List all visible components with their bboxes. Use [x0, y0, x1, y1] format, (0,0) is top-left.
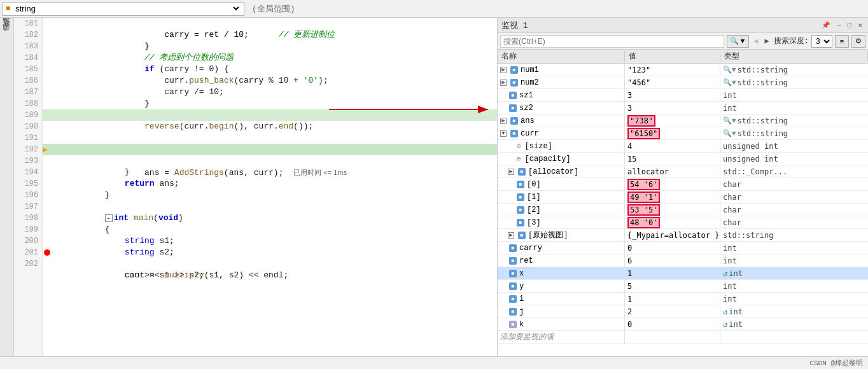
code-line-188: // 翻转字符串 — [43, 98, 497, 109]
type-curr-2: char — [720, 204, 868, 216]
watch-title-bar: 监视 1 📌 ─ □ ✕ — [498, 18, 868, 33]
watch-maximize-btn[interactable]: □ — [846, 22, 854, 29]
watch-nav-back[interactable]: ◀ — [752, 36, 760, 46]
col-value: 值 — [625, 51, 720, 62]
icon-carry: ■ — [509, 244, 517, 252]
type-i: int — [720, 293, 868, 305]
icon-curr-1: ■ — [517, 193, 524, 201]
depth-label: 搜索深度: — [774, 36, 809, 46]
code-line-195: } — [43, 178, 497, 190]
icon-i: ■ — [509, 295, 517, 303]
value-curr-allocator: allocator — [625, 165, 720, 178]
code-line-202: cout << multiply(s1, s2) << endl; — [43, 258, 497, 270]
sidebar-icon-plugin[interactable]: 插 — [1, 36, 13, 38]
type-curr-capacity: unsigned int — [720, 153, 868, 165]
expand-num2[interactable]: ▶ — [500, 80, 507, 86]
type-num1: 🔍▼std::string — [720, 64, 868, 76]
type-num2: 🔍▼std::string — [720, 76, 868, 88]
code-line-185: curr.push_back(carry % 10 + '0'); — [43, 64, 497, 75]
watch-close-btn[interactable]: ✕ — [856, 21, 864, 29]
value-sz2: 3 — [625, 102, 720, 114]
value-x: 1 — [625, 267, 720, 279]
code-area: 181 182 183 184 185 186 187 188 189 190 … — [14, 18, 497, 356]
val3-highlight: 48 '0' — [627, 217, 660, 228]
left-sidebar: 搜 调 堆 断 插 — [0, 18, 14, 356]
depth-select[interactable]: 3 — [811, 35, 832, 48]
type-k: ↺int — [720, 318, 868, 330]
type-y: int — [720, 280, 868, 292]
code-lines: carry = ret / 10; // 更新进制位 } // 考虑到个位数的问… — [43, 18, 497, 356]
watch-title: 监视 1 — [501, 20, 817, 31]
watch-minimize-btn[interactable]: ─ — [835, 22, 843, 29]
status-bar: CSDN @烽起黎明 — [0, 356, 868, 369]
value-ret: 6 — [625, 254, 720, 267]
watch-search-input[interactable] — [500, 35, 724, 48]
code-line-187: } — [43, 87, 497, 98]
watch-row-sz1[interactable]: ■ sz1 3 int — [498, 89, 868, 102]
expand-curr[interactable]: ▼ — [500, 130, 507, 137]
watch-row-curr-1[interactable]: ■ [1] 49 '1' char — [498, 191, 868, 204]
code-line-183: // 考虑到个位数的问题 — [43, 41, 497, 52]
sidebar-icon-debug[interactable]: 调 — [1, 24, 13, 27]
value-sz1: 3 — [625, 89, 720, 101]
type-raw: std::string — [720, 229, 868, 241]
file-dropdown[interactable]: string — [13, 3, 241, 14]
type-ret: int — [720, 254, 868, 267]
watch-row-curr-capacity[interactable]: ⊕ [capacity] 15 unsigned int — [498, 153, 868, 165]
watch-nav-forward[interactable]: ▶ — [763, 36, 771, 46]
code-line-184: if (carry != 0) { — [43, 52, 497, 64]
code-line-190 — [43, 121, 497, 132]
name-curr-2: ■ [2] — [498, 204, 625, 216]
watch-row-curr-2[interactable]: ■ [2] 53 '5' char — [498, 204, 868, 216]
code-line-182: } — [43, 29, 497, 41]
add-item-text[interactable]: 添加要监视的项 — [498, 331, 625, 343]
value-curr-size: 4 — [625, 140, 720, 152]
value-curr: "6150" — [625, 127, 720, 139]
watch-row-i[interactable]: ■ i 1 int — [498, 293, 868, 305]
scope-label: (全局范围) — [247, 3, 300, 15]
watch-row-sz2[interactable]: ■ sz2 3 int — [498, 102, 868, 115]
watch-row-curr-3[interactable]: ■ [3] 48 '0' char — [498, 216, 868, 229]
watch-pin-btn[interactable]: 📌 — [820, 21, 832, 29]
watch-row-y[interactable]: ■ y 5 int — [498, 280, 868, 293]
watch-row-x[interactable]: ■ x 1 ↺int — [498, 267, 868, 280]
expand-num1[interactable]: ▶ — [500, 67, 507, 73]
watch-row-ret[interactable]: ■ ret 6 int — [498, 254, 868, 267]
watch-row-carry[interactable]: ■ carry 0 int — [498, 242, 868, 254]
watch-row-j[interactable]: ■ j 2 ↺int — [498, 305, 868, 318]
expand-raw[interactable]: ▶ — [508, 232, 514, 239]
watch-table: 名称 值 类型 ▶ ■ num1 "123" 🔍▼std::string — [498, 50, 868, 356]
watch-row-num1[interactable]: ▶ ■ num1 "123" 🔍▼std::string — [498, 64, 868, 76]
watch-row-curr-0[interactable]: ■ [0] 54 '6' char — [498, 178, 868, 191]
watch-add-item[interactable]: 添加要监视的项 — [498, 331, 868, 344]
watch-search-button[interactable]: 🔍▼ — [727, 35, 749, 48]
code-line-197: -int main(void) — [43, 201, 497, 212]
value-num2: "456" — [625, 76, 720, 88]
col-type: 类型 — [720, 51, 868, 62]
col-name: 名称 — [498, 51, 625, 62]
watch-row-raw[interactable]: ▶ ■ [原始视图] {_Mypair=allocator } std::str… — [498, 229, 868, 242]
sidebar-icon-stack[interactable]: 堆 — [1, 28, 13, 31]
file-type-icon: ■ — [6, 4, 10, 13]
watch-row-curr-allocator[interactable]: ▶ ■ [allocator] allocator std::_Compr... — [498, 165, 868, 178]
watch-format-btn[interactable]: ≡ — [835, 35, 849, 48]
value-raw: {_Mypair=allocator } — [625, 229, 720, 241]
file-selector[interactable]: ■ string — [3, 2, 244, 16]
watch-row-k[interactable]: ■ k 0 ↺int — [498, 318, 868, 331]
watch-row-ans[interactable]: ▶ ■ ans "738" 🔍▼std::string — [498, 115, 868, 127]
expand-allocator[interactable]: ▶ — [508, 169, 514, 175]
icon-y: ■ — [509, 282, 517, 290]
type-x: ↺int — [720, 267, 868, 279]
expand-ans[interactable]: ▶ — [500, 118, 507, 124]
sidebar-icon-search[interactable]: 搜 — [1, 20, 13, 23]
watch-row-curr[interactable]: ▼ ■ curr "6150" 🔍▼std::string — [498, 127, 868, 140]
status-text: CSDN @烽起黎明 — [809, 358, 863, 368]
sidebar-icon-break[interactable]: 断 — [1, 32, 13, 34]
name-sz1: ■ sz1 — [498, 89, 625, 101]
watch-row-curr-size[interactable]: ⊕ [size] 4 unsigned int — [498, 140, 868, 153]
val0-highlight: 54 '6' — [627, 179, 660, 190]
watch-row-num2[interactable]: ▶ ■ num2 "456" 🔍▼std::string — [498, 76, 868, 89]
watch-settings-btn[interactable]: ⚙ — [851, 35, 865, 48]
name-curr-0: ■ [0] — [498, 178, 625, 190]
main-content: 搜 调 堆 断 插 181 182 183 184 185 186 187 18… — [0, 18, 868, 356]
